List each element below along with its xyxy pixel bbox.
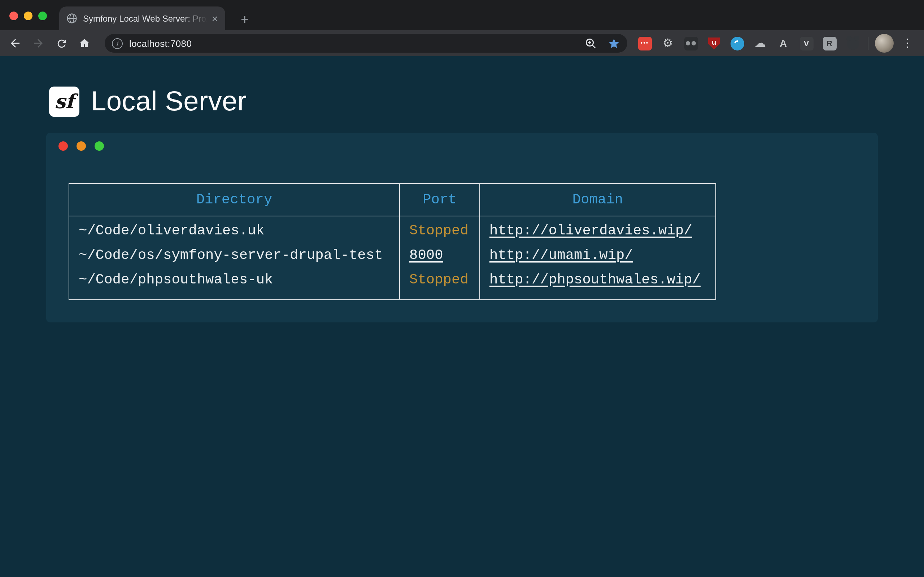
- symfony-logo: sf: [49, 86, 79, 116]
- toolbar-separator: [868, 37, 868, 50]
- new-tab-button[interactable]: +: [236, 10, 254, 27]
- terminal-panel: Directory Port Domain ~/Code/oliverdavie…: [46, 133, 878, 322]
- terminal-dot-orange-icon: [76, 141, 86, 151]
- window-minimize-button[interactable]: [24, 11, 32, 20]
- github-octocat-icon[interactable]: [844, 35, 861, 52]
- extension-cloud-icon[interactable]: ☁: [751, 35, 769, 52]
- table-row: ~/Code/phpsouthwales-uk Stopped http://p…: [69, 268, 716, 300]
- terminal-dot-red-icon: [58, 141, 68, 151]
- site-header: sf Local Server: [49, 86, 247, 117]
- extension-blue-circle-icon[interactable]: [729, 35, 746, 52]
- home-button[interactable]: [74, 33, 95, 53]
- back-arrow-icon: [9, 37, 22, 50]
- tab-close-icon[interactable]: ×: [212, 13, 218, 24]
- url-text[interactable]: localhost:7080: [129, 38, 192, 49]
- page-content: sf Local Server Directory Port: [0, 56, 924, 577]
- home-icon: [78, 37, 91, 50]
- reload-icon: [55, 37, 68, 49]
- extension-ublock-icon[interactable]: u: [705, 35, 723, 52]
- column-header-domain: Domain: [480, 184, 716, 216]
- table-row: ~/Code/os/symfony-server-drupal-test 800…: [69, 243, 716, 268]
- port-status: Stopped: [409, 223, 468, 239]
- extension-icons: ••• ⚙ u ☁ A: [636, 35, 861, 52]
- extension-red-dots-icon[interactable]: •••: [636, 35, 653, 52]
- port-status: Stopped: [409, 272, 468, 288]
- column-header-directory: Directory: [69, 184, 399, 216]
- terminal-window-dots: [58, 141, 104, 151]
- directory-cell: ~/Code/oliverdavies.uk: [69, 216, 399, 243]
- extension-letter-a-icon[interactable]: A: [775, 35, 792, 52]
- forward-arrow-icon: [32, 37, 45, 50]
- domain-link[interactable]: http://phpsouthwales.wip/: [489, 272, 701, 288]
- directory-cell: ~/Code/os/symfony-server-drupal-test: [69, 243, 399, 268]
- browser-window: Symfony Local Web Server: Prox × +: [0, 0, 924, 577]
- terminal-dot-green-icon: [95, 141, 104, 151]
- port-link[interactable]: 8000: [409, 247, 443, 263]
- reload-button[interactable]: [51, 33, 71, 53]
- browser-toolbar: i localhost:7080 •••: [0, 30, 924, 56]
- browser-menu-icon[interactable]: ⋮: [900, 37, 914, 49]
- back-button[interactable]: [5, 33, 25, 53]
- bookmark-star-icon[interactable]: [608, 37, 620, 49]
- extension-v-icon[interactable]: V: [798, 35, 815, 52]
- table-row: ~/Code/oliverdavies.uk Stopped http://ol…: [69, 216, 716, 243]
- profile-avatar[interactable]: [875, 34, 894, 53]
- table-header-row: Directory Port Domain: [69, 184, 716, 216]
- window-controls: [10, 11, 47, 20]
- globe-favicon-icon: [66, 13, 77, 24]
- forward-button[interactable]: [28, 33, 48, 53]
- nav-buttons: [5, 30, 95, 56]
- browser-tab[interactable]: Symfony Local Web Server: Prox ×: [59, 6, 225, 30]
- domain-link[interactable]: http://umami.wip/: [489, 247, 633, 263]
- toolbar-right: ••• ⚙ u ☁ A: [636, 30, 914, 56]
- address-bar[interactable]: i localhost:7080: [105, 34, 627, 53]
- extension-r-icon[interactable]: R: [821, 35, 838, 52]
- page-title: Local Server: [91, 86, 247, 117]
- site-info-icon[interactable]: i: [112, 38, 123, 49]
- directory-cell: ~/Code/phpsouthwales-uk: [69, 268, 399, 300]
- window-zoom-button[interactable]: [38, 11, 47, 20]
- extension-gear-icon[interactable]: ⚙: [659, 35, 677, 52]
- server-table: Directory Port Domain ~/Code/oliverdavie…: [69, 183, 716, 300]
- tab-title: Symfony Local Web Server: Prox: [83, 13, 207, 23]
- zoom-level-icon[interactable]: [585, 37, 596, 49]
- domain-link[interactable]: http://oliverdavies.wip/: [489, 223, 692, 239]
- extension-dark-gear-icon[interactable]: [682, 35, 699, 52]
- tab-strip: Symfony Local Web Server: Prox × +: [0, 0, 924, 30]
- column-header-port: Port: [399, 184, 480, 216]
- window-close-button[interactable]: [10, 11, 18, 20]
